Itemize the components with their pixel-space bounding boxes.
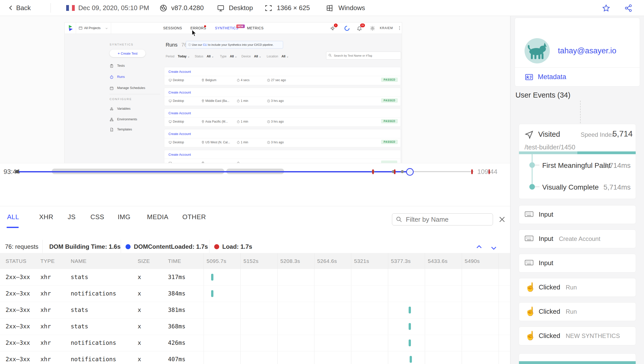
event-card-click[interactable]: ☝ Clicked Run (519, 302, 636, 321)
run-status-badge: PASSED (381, 119, 398, 123)
search-icon (396, 216, 402, 223)
clock-icon (267, 99, 270, 103)
app-sidebar-section-synthetics: SYNTHETICS (110, 43, 134, 46)
network-tab-media[interactable]: MEDIA (147, 206, 168, 228)
run-card[interactable]: Create Account (164, 150, 401, 163)
metadata-button[interactable]: Metadata (525, 73, 566, 81)
cell-status: 2xx–3xx (6, 302, 30, 318)
clipboard-icon (110, 64, 114, 68)
visited-label: Visited (538, 130, 560, 139)
sidebar-item-runs[interactable]: Runs (110, 75, 125, 79)
stopwatch-icon (237, 120, 240, 123)
filter-device[interactable]: Device All ⌄ (241, 55, 261, 58)
desktop-icon (168, 141, 172, 144)
run-card[interactable]: Create Account Desktop Belgium 4 secs 27… (164, 67, 401, 85)
col-type: TYPE (40, 253, 55, 269)
event-card-click[interactable]: ☝ Clicked Run (519, 278, 636, 297)
app-nav: All Projects SESSIONS ERRORS SYNTHETICS … (65, 22, 402, 34)
templates-icon (110, 128, 114, 132)
network-panel: ALL XHR JS CSS IMG MEDIA OTHER 76: reque… (0, 206, 510, 364)
sidebar-item-environments[interactable]: Environments (110, 117, 137, 122)
filter-location[interactable]: Location All ⌄ (267, 55, 289, 58)
create-test-button[interactable]: + Create Test (110, 50, 145, 57)
filter-type[interactable]: Type All ⌄ (220, 55, 237, 58)
cell-status: 2xx–3xx (6, 335, 30, 351)
tab-metrics[interactable]: METRICS (247, 22, 264, 34)
chevron-up-icon[interactable] (475, 243, 483, 251)
event-card-input[interactable]: Input (519, 254, 636, 272)
network-tab-other[interactable]: OTHER (182, 206, 206, 228)
network-tab-xhr[interactable]: XHR (39, 206, 53, 228)
chevron-down-icon: ⌄ (259, 55, 261, 58)
run-title[interactable]: Create Account (168, 132, 191, 136)
tab-synthetics[interactable]: SYNTHETICS (215, 22, 238, 34)
visited-event-card[interactable]: Visited Speed Index 5,714 /test-builder/… (519, 124, 636, 199)
network-tab-css[interactable]: CSS (90, 206, 104, 228)
filter-period[interactable]: Period Today ⌄ (166, 55, 190, 58)
favorite-star-icon[interactable] (602, 4, 610, 12)
run-title[interactable]: Create Account (168, 153, 191, 156)
network-tab-all[interactable]: ALL (7, 206, 19, 228)
network-filter-box[interactable] (392, 213, 493, 225)
session-info-sidebar: tahay@asayer.io Metadata User Events (34… (510, 16, 644, 364)
visited-url: /test-builder/1450 (525, 143, 575, 151)
cell-time: 407ms (168, 351, 185, 364)
sidebar-item-templates[interactable]: Templates (110, 127, 132, 132)
run-search-box[interactable] (326, 52, 401, 60)
network-request-row[interactable]: 2xx–3xx xhr stats x 368ms (0, 318, 510, 335)
settings-gear-icon[interactable] (370, 26, 375, 31)
event-card-click[interactable]: ☝ Clicked NEW SYNTHETICS (519, 327, 636, 345)
chrome-browser-icon (160, 4, 167, 12)
col-status: STATUS (6, 253, 27, 269)
network-tab-js[interactable]: JS (68, 206, 76, 228)
network-filter-input[interactable] (405, 214, 490, 225)
kebab-menu-icon[interactable] (397, 26, 402, 31)
sidebar-item-variables[interactable]: Variables (110, 107, 131, 111)
load-dot (214, 244, 219, 249)
run-title[interactable]: Create Account (168, 70, 191, 74)
event-card-input[interactable]: Input (519, 205, 636, 224)
sidebar-item-manage-schedules[interactable]: Manage Schedules (110, 86, 145, 90)
share-icon[interactable] (624, 4, 632, 12)
project-selector[interactable]: All Projects (76, 22, 111, 34)
run-detail-row: Desktop Belgium 4 secs 27 sec ago PASSED (164, 76, 401, 85)
sidebar-item-tests[interactable]: Tests (110, 64, 125, 68)
timer-icon (110, 75, 114, 79)
visited-progress-bar (519, 151, 636, 154)
run-title[interactable]: Create Account (168, 111, 191, 115)
browser-version: v87.0.4280 (171, 0, 204, 16)
network-request-row[interactable]: 2xx–3xx xhr notifications x 407ms (0, 351, 510, 364)
run-title[interactable]: Create Account (168, 90, 191, 94)
network-request-row[interactable]: 2xx–3xx xhr stats x 317ms (0, 269, 510, 286)
cell-time: 384ms (168, 285, 185, 302)
tab-sessions[interactable]: SESSIONS (163, 22, 182, 34)
close-panel-icon[interactable] (498, 215, 506, 223)
events-timeline-connector (580, 101, 581, 126)
cell-size: x (138, 318, 141, 335)
back-label[interactable]: Back (16, 0, 31, 16)
col-time-4: 5321s (354, 253, 369, 269)
network-request-row[interactable]: 2xx–3xx xhr stats x 381ms (0, 302, 510, 318)
network-request-row[interactable]: 2xx–3xx xhr notifications x 384ms (0, 285, 510, 302)
user-email-link[interactable]: tahay@asayer.io (558, 46, 616, 55)
resolution-brackets-icon (265, 4, 272, 12)
filter-status[interactable]: Status All ⌄ (195, 55, 214, 58)
run-card[interactable]: Create Account Desktop US West (N. Cal..… (164, 129, 401, 147)
network-tab-img[interactable]: IMG (118, 206, 131, 228)
run-card[interactable]: Create Account Desktop Asia Pacific (M..… (164, 109, 401, 126)
event-value: Run (566, 284, 577, 291)
desktop-icon (168, 120, 172, 123)
back-button[interactable] (8, 4, 15, 11)
banner-cli-link[interactable]: CLI (203, 43, 207, 46)
event-value: Create Account (559, 235, 600, 242)
user-name[interactable]: KRAIEM (380, 22, 393, 34)
chevron-down-icon[interactable] (489, 244, 498, 252)
run-card[interactable]: Create Account Desktop Middle East (Ba..… (164, 88, 401, 106)
network-request-row[interactable]: 2xx–3xx xhr notifications x 426ms (0, 335, 510, 351)
cell-status: 2xx–3xx (6, 318, 30, 335)
run-search-input[interactable] (333, 52, 399, 59)
screen-resolution: 1366 × 625 (277, 0, 310, 16)
event-value: Run (566, 308, 577, 315)
event-card-input[interactable]: Input Create Account (519, 230, 636, 248)
timeline-scrubber-handle[interactable] (406, 168, 414, 176)
